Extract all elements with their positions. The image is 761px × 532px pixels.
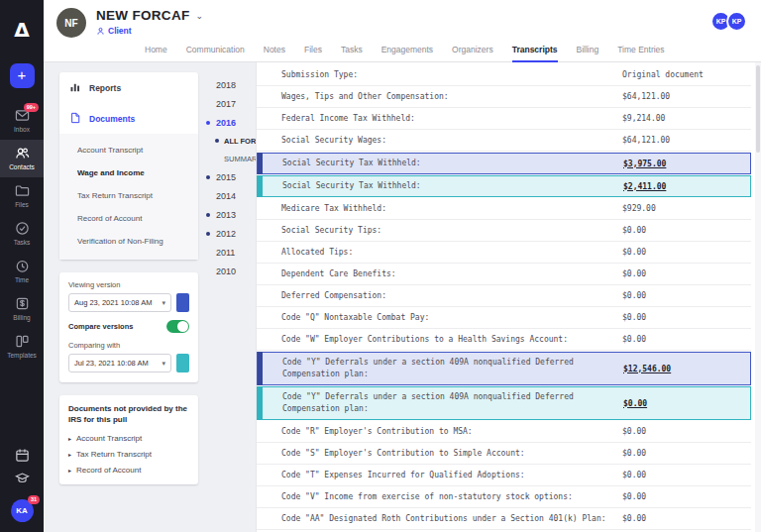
row-accent-bar (258, 386, 263, 420)
global-sidebar: Δ + 99+InboxContactsFilesTasksTimeBillin… (0, 0, 44, 532)
user-avatar[interactable]: KA 31 (11, 499, 34, 522)
collaborator-avatar[interactable]: KP (726, 11, 747, 32)
rail-item-label: Contacts (9, 163, 35, 170)
row-label: Code "S" Employer's Contribution to Simp… (281, 444, 622, 464)
transcript-type-account-transcript[interactable]: Account Transcript (59, 139, 198, 161)
sidebar-item-files[interactable]: Files (0, 177, 44, 215)
row-value: $929.00 (622, 204, 656, 213)
row-value: $0.00 (622, 226, 646, 235)
table-row[interactable]: Code "Y" Deferrals under a section 409A … (257, 386, 751, 420)
row-label: Medicare Tax Withheld: (281, 199, 622, 219)
client-avatar: NF (56, 8, 86, 38)
tab-files[interactable]: Files (304, 45, 322, 62)
year-item-2014[interactable]: 2014 (206, 186, 256, 205)
year-item-2015[interactable]: 2015 (206, 167, 256, 186)
triangle-bullet-icon: ▸ (68, 451, 71, 458)
transcript-type-record-of-account[interactable]: Record of Account (59, 207, 198, 230)
vertical-scrollbar[interactable] (755, 62, 761, 532)
tab-billing[interactable]: Billing (577, 45, 599, 62)
sidebar-item-billing[interactable]: Billing (0, 290, 44, 328)
year-item-2011[interactable]: 2011 (206, 243, 256, 262)
table-row: Dependent Care Benefits:$0.00 (257, 264, 751, 285)
table-row[interactable]: Social Security Tax Withheld:$2,411.00 (257, 175, 751, 197)
rail-item-label: Files (15, 201, 29, 208)
tab-communication[interactable]: Communication (186, 45, 245, 62)
table-row: Medicare Tax Withheld:$929.00 (257, 198, 751, 220)
table-row[interactable]: Social Security Tax Withheld:$3,975.00 (257, 153, 751, 174)
chevron-down-icon[interactable]: ⌄ (196, 11, 204, 21)
row-label: Code "R" Employer's Contribution to MSA: (281, 422, 622, 442)
viewing-version-select[interactable]: Aug 23, 2021 10:08 AM ▾ (68, 293, 171, 312)
missing-doc-item: ▸Tax Return Transcript (68, 446, 189, 462)
table-row: Federal Income Tax Withheld:$9,214.00 (257, 108, 751, 130)
year-dot-icon (215, 139, 219, 143)
row-label: Social Security Wages: (281, 131, 622, 151)
scrollbar-thumb[interactable] (756, 65, 760, 153)
sidebar-item-tasks[interactable]: Tasks (0, 215, 44, 253)
row-value[interactable]: $0.00 (623, 399, 647, 408)
sidebar-item-contacts[interactable]: Contacts (0, 140, 44, 177)
comparing-with-select[interactable]: Jul 23, 2021 10:08 AM ▾ (68, 354, 171, 372)
row-value[interactable]: $3,975.00 (623, 160, 666, 168)
transcripts-sidebar: ReportsDocuments Account TranscriptWage … (44, 62, 256, 532)
missing-doc-label: Record of Account (76, 466, 141, 475)
missing-doc-label: Account Transcript (76, 434, 142, 443)
year-item-2010[interactable]: 2010 (206, 262, 256, 280)
tab-notes[interactable]: Notes (264, 45, 285, 62)
unread-badge: 99+ (24, 103, 38, 112)
chevron-down-icon: ▾ (162, 299, 165, 307)
tab-engagements[interactable]: Engagements (381, 45, 433, 62)
row-label: Code "V" Income from exercise of non-sta… (281, 487, 622, 507)
year-label: 2017 (216, 99, 236, 109)
year-item-2012[interactable]: 2012 (206, 224, 256, 243)
transcript-type-wage-and-income[interactable]: Wage and Income (59, 161, 198, 184)
sidebar-item-time[interactable]: Time (0, 253, 44, 290)
table-row: Code "S" Employer's Contribution to Simp… (257, 443, 751, 465)
client-type-text: Client (108, 26, 132, 36)
sidebar-item-reports[interactable]: Reports (59, 72, 198, 103)
transcript-type-tax-return-transcript[interactable]: Tax Return Transcript (59, 184, 198, 207)
tab-tasks[interactable]: Tasks (341, 45, 363, 62)
grad-cap-icon[interactable] (15, 471, 30, 485)
create-button[interactable]: + (10, 63, 35, 88)
transcript-type-verification-of-non-filing[interactable]: Verification of Non-Filing (59, 230, 198, 253)
comparing-with-value: Jul 23, 2021 10:08 AM (74, 359, 149, 368)
compare-versions-toggle[interactable] (166, 320, 189, 333)
row-value[interactable]: $12,546.00 (623, 365, 671, 373)
year-item-2013[interactable]: 2013 (206, 205, 256, 224)
document-icon (69, 112, 81, 126)
year-dot-icon (206, 232, 210, 236)
year-item-2017[interactable]: 2017 (206, 94, 256, 113)
row-value: $0.00 (622, 449, 646, 458)
year-dot-icon (206, 213, 210, 217)
tab-home[interactable]: Home (145, 45, 167, 62)
sidebar-item-inbox[interactable]: 99+Inbox (0, 102, 44, 140)
table-row: Code "V" Income from exercise of non-sta… (257, 486, 751, 508)
row-label: Allocated Tips: (281, 243, 622, 263)
table-row: Allocated Tips:$0.00 (257, 242, 751, 264)
page-title: NEW FORCAF (96, 8, 190, 23)
client-tab-bar: HomeCommunicationNotesFilesTasksEngageme… (145, 45, 665, 62)
calendar-icon[interactable] (15, 448, 30, 463)
year-label: 2010 (216, 266, 236, 276)
missing-doc-item: ▸Account Transcript (68, 430, 189, 446)
table-row: Wages, Tips and Other Compensation:$64,1… (257, 86, 751, 108)
transcript-table: Submission Type:Original documentWages, … (256, 62, 761, 532)
row-value[interactable]: $2,411.00 (623, 182, 666, 191)
year-item-summary[interactable]: SUMMARY (206, 150, 256, 167)
rail-item-label: Time (15, 276, 29, 283)
sidebar-item-templates[interactable]: Templates (0, 328, 44, 366)
client-header: NF NEW FORCAF ⌄ Client KPKP HomeCommunic (44, 0, 761, 62)
table-row: Social Security Wages:$64,121.00 (257, 130, 751, 152)
tab-organizers[interactable]: Organizers (452, 45, 493, 62)
table-row: Submission Type:Original document (257, 64, 751, 86)
sidebar-item-documents[interactable]: Documents (59, 103, 198, 134)
year-item-all-forms[interactable]: ALL FORMS (206, 132, 256, 150)
tab-time-entries[interactable]: Time Entries (617, 45, 664, 62)
table-row[interactable]: Code "Y" Deferrals under a section 409A … (257, 352, 751, 385)
year-item-2018[interactable]: 2018 (206, 75, 256, 94)
tab-transcripts[interactable]: Transcripts (512, 45, 558, 62)
chevron-down-icon: ▾ (162, 360, 165, 368)
year-item-2016[interactable]: 2016 (206, 113, 256, 132)
missing-doc-item: ▸Record of Account (68, 462, 189, 478)
